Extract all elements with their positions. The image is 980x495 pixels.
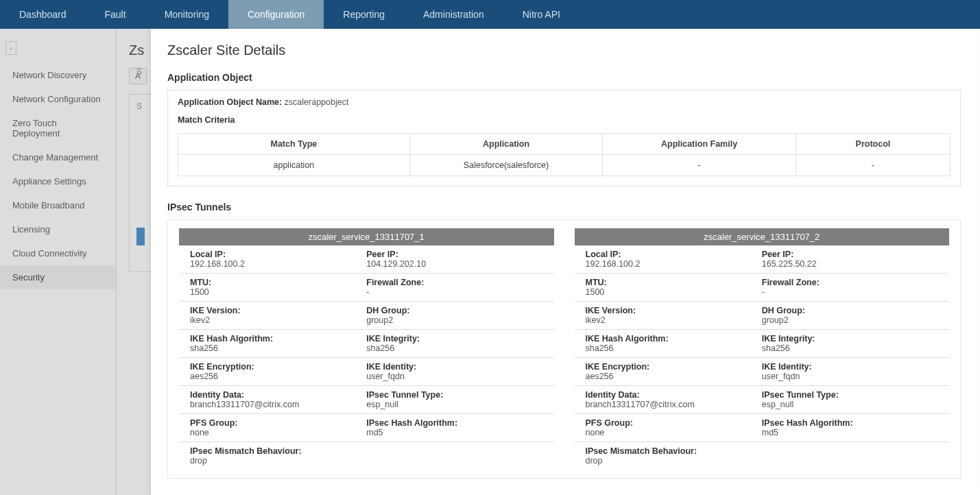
t1-iddata-label: Identity Data: bbox=[190, 390, 366, 400]
background-blue-indicator bbox=[136, 228, 145, 245]
nav-nitro-api[interactable]: Nitro API bbox=[503, 0, 579, 29]
tunnel-1-name: zscaler_service_13311707_1 bbox=[179, 228, 554, 245]
tunnel-card-1: zscaler_service_13311707_1 Local IP:192.… bbox=[179, 228, 554, 470]
nav-administration[interactable]: Administration bbox=[404, 0, 503, 29]
top-navigation: Dashboard Fault Monitoring Configuration… bbox=[0, 0, 980, 29]
tunnel-2-name: zscaler_service_13311707_2 bbox=[575, 228, 950, 245]
t1-mtu-value: 1500 bbox=[190, 287, 366, 297]
t2-mtu-label: MTU: bbox=[586, 278, 762, 287]
t1-dh-label: DH Group: bbox=[366, 306, 542, 315]
t2-pfs-label: PFS Group: bbox=[586, 418, 762, 428]
t2-ikehash-label: IKE Hash Algorithm: bbox=[586, 334, 762, 343]
app-object-name-label: Application Object Name: bbox=[178, 97, 282, 107]
t2-mismatch-value: drop bbox=[586, 456, 939, 466]
t1-ipsechash-value: md5 bbox=[366, 428, 542, 437]
t2-mismatch-label: IPsec Mismatch Behaviour: bbox=[586, 446, 939, 456]
sidebar-item-network-discovery[interactable]: Network Discovery bbox=[0, 63, 116, 87]
t1-ikever-label: IKE Version: bbox=[190, 306, 366, 315]
t2-ikehash-value: sha256 bbox=[586, 343, 762, 353]
col-application: Application bbox=[409, 134, 603, 155]
t2-mtu-value: 1500 bbox=[586, 287, 762, 297]
app-object-name-field: Application Object Name: zscalerappobjec… bbox=[178, 97, 951, 107]
t1-ikeinteg-value: sha256 bbox=[366, 343, 542, 353]
t2-iddata-label: Identity Data: bbox=[586, 390, 762, 400]
t2-pfs-value: none bbox=[586, 428, 762, 437]
t1-iddata-value: branch13311707@citrix.com bbox=[190, 400, 366, 409]
t2-local-ip-value: 192.168.100.2 bbox=[586, 259, 762, 269]
nav-monitoring[interactable]: Monitoring bbox=[145, 0, 228, 29]
cell-match-type: application bbox=[178, 155, 410, 176]
t1-ikeid-label: IKE Identity: bbox=[366, 362, 542, 372]
sidebar-item-mobile-broadband[interactable]: Mobile Broadband bbox=[0, 193, 116, 217]
t2-peer-ip-label: Peer IP: bbox=[762, 250, 938, 259]
t1-mtu-label: MTU: bbox=[190, 278, 366, 287]
t1-ipsectype-value: esp_null bbox=[366, 400, 542, 409]
t1-ipsectype-label: IPsec Tunnel Type: bbox=[366, 390, 542, 400]
t2-ikeid-label: IKE Identity: bbox=[762, 362, 938, 372]
t2-ikeid-value: user_fqdn bbox=[762, 372, 938, 381]
t1-ikever-value: ikev2 bbox=[190, 315, 366, 325]
t2-peer-ip-value: 165.225.50.22 bbox=[762, 259, 938, 269]
t1-ikeid-value: user_fqdn bbox=[366, 372, 542, 381]
t1-ikehash-label: IKE Hash Algorithm: bbox=[190, 334, 366, 343]
t1-fwzone-label: Firewall Zone: bbox=[366, 278, 542, 287]
app-object-name-value: zscalerappobject bbox=[285, 97, 349, 107]
t2-iddata-value: branch13311707@citrix.com bbox=[586, 400, 762, 409]
t2-dh-label: DH Group: bbox=[762, 306, 938, 315]
sidebar-collapse-button[interactable]: ‹ bbox=[5, 41, 16, 55]
t1-pfs-label: PFS Group: bbox=[190, 418, 366, 428]
t1-dh-value: group2 bbox=[366, 315, 542, 325]
ipsec-tunnels-container: zscaler_service_13311707_1 Local IP:192.… bbox=[167, 219, 961, 479]
match-criteria-title: Match Criteria bbox=[178, 115, 951, 125]
t2-ikeinteg-value: sha256 bbox=[762, 343, 938, 353]
t2-local-ip-label: Local IP: bbox=[586, 250, 762, 259]
t1-ikeenc-label: IKE Encryption: bbox=[190, 362, 366, 372]
sidebar-item-zero-touch[interactable]: Zero Touch Deployment bbox=[0, 111, 116, 145]
ipsec-section-title: IPsec Tunnels bbox=[167, 202, 961, 213]
chevron-left-icon: ‹ bbox=[10, 45, 12, 52]
t2-fwzone-value: - bbox=[762, 287, 938, 297]
t1-pfs-value: none bbox=[190, 428, 366, 437]
t2-ipsechash-label: IPsec Hash Algorithm: bbox=[762, 418, 938, 428]
cell-protocol: - bbox=[796, 155, 950, 176]
sidebar-item-appliance-settings[interactable]: Appliance Settings bbox=[0, 169, 116, 193]
t1-local-ip-label: Local IP: bbox=[190, 250, 366, 259]
panel-title: Zscaler Site Details bbox=[167, 43, 961, 58]
nav-reporting[interactable]: Reporting bbox=[324, 0, 404, 29]
t1-ipsechash-label: IPsec Hash Algorithm: bbox=[366, 418, 542, 428]
col-application-family: Application Family bbox=[603, 134, 796, 155]
t1-ikeinteg-label: IKE Integrity: bbox=[366, 334, 542, 343]
t2-fwzone-label: Firewall Zone: bbox=[762, 278, 938, 287]
t2-ikeinteg-label: IKE Integrity: bbox=[762, 334, 938, 343]
app-object-section-title: Application Object bbox=[167, 72, 961, 83]
t2-ikever-label: IKE Version: bbox=[586, 306, 762, 315]
sidebar-item-network-configuration[interactable]: Network Configuration bbox=[0, 87, 116, 111]
t1-peer-ip-label: Peer IP: bbox=[366, 250, 542, 259]
match-row: application Salesforce(salesforce) - - bbox=[178, 155, 951, 176]
sidebar-item-cloud-connectivity[interactable]: Cloud Connectivity bbox=[0, 241, 116, 265]
nav-dashboard[interactable]: Dashboard bbox=[0, 0, 86, 29]
t2-ipsechash-value: md5 bbox=[762, 428, 938, 437]
sidebar-item-security[interactable]: Security bbox=[0, 265, 116, 289]
sidebar: ‹ Network Discovery Network Configuratio… bbox=[0, 29, 117, 495]
nav-fault[interactable]: Fault bbox=[86, 0, 145, 29]
t2-ipsectype-label: IPsec Tunnel Type: bbox=[762, 390, 938, 400]
t1-ikehash-value: sha256 bbox=[190, 343, 366, 353]
cell-application: Salesforce(salesforce) bbox=[409, 155, 603, 176]
t2-ikeenc-label: IKE Encryption: bbox=[586, 362, 762, 372]
t2-dh-value: group2 bbox=[762, 315, 938, 325]
col-protocol: Protocol bbox=[796, 134, 950, 155]
t2-ikever-value: ikev2 bbox=[586, 315, 762, 325]
t2-ipsectype-value: esp_null bbox=[762, 400, 938, 409]
match-criteria-table: Match Type Application Application Famil… bbox=[178, 133, 951, 176]
sidebar-item-licensing[interactable]: Licensing bbox=[0, 217, 116, 241]
t1-mismatch-value: drop bbox=[190, 456, 543, 466]
tunnel-card-2: zscaler_service_13311707_2 Local IP:192.… bbox=[575, 228, 950, 470]
t1-peer-ip-value: 104.129.202.10 bbox=[366, 259, 542, 269]
sidebar-item-change-management[interactable]: Change Management bbox=[0, 145, 116, 169]
nav-configuration[interactable]: Configuration bbox=[228, 0, 324, 29]
t1-ikeenc-value: aes256 bbox=[190, 372, 366, 381]
app-object-box: Application Object Name: zscalerappobjec… bbox=[167, 90, 961, 186]
t1-mismatch-label: IPsec Mismatch Behaviour: bbox=[190, 446, 543, 456]
t1-local-ip-value: 192.168.100.2 bbox=[190, 259, 366, 269]
